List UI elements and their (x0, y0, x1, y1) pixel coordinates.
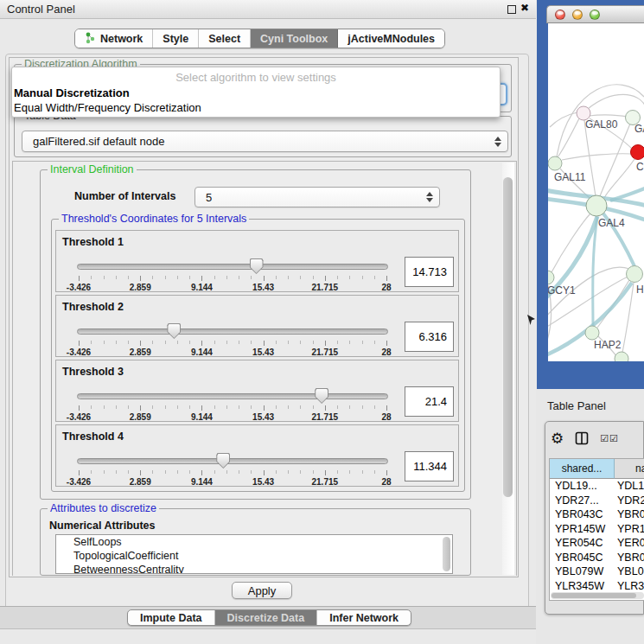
network-edge[interactable] (562, 154, 631, 160)
network-edge-thick[interactable] (610, 188, 644, 201)
tick-label: 15.43 (252, 412, 274, 422)
node-label: GAL4 (598, 217, 625, 229)
table-row[interactable]: YDR27...YDR2 (550, 494, 644, 508)
threshold-value-field[interactable]: 21.4 (405, 386, 454, 417)
table-row[interactable]: YBR045CYBR0 (550, 551, 644, 565)
slider-track[interactable] (77, 393, 388, 399)
slider-thumb[interactable] (250, 258, 264, 274)
network-node[interactable] (615, 352, 628, 361)
threshold-slider[interactable]: -3.4262.8599.14415.4321.71528 (77, 392, 388, 421)
tick-mark (104, 470, 105, 474)
table-data-combo[interactable]: galFiltered.sif default node (22, 131, 508, 152)
table-row[interactable]: YER054CYER0 (550, 536, 644, 551)
tab-style[interactable]: Style (153, 29, 199, 48)
tick-mark (152, 341, 153, 344)
network-edge[interactable] (584, 120, 596, 196)
slider-track[interactable] (77, 264, 388, 270)
zoom-traffic-light[interactable] (590, 10, 600, 20)
tick-mark (165, 276, 166, 279)
tick-label: -3.426 (67, 477, 91, 487)
slider-tick-labels: -3.4262.8599.14415.4321.71528 (77, 348, 388, 358)
num-intervals-combo[interactable]: 5 (194, 187, 440, 207)
threshold-slider[interactable]: -3.4262.8599.14415.4321.71528 (77, 262, 388, 291)
node-table[interactable]: shared... na YDL19...YDL1YDR27...YDR2YBR… (549, 458, 644, 601)
bottom-tab-bar: Impute Data Discretize Data Infer Networ… (127, 609, 411, 626)
dropdown-option-manual[interactable]: Manual Discretization (14, 86, 130, 99)
tab-cyni-toolbox[interactable]: Cyni Toolbox (251, 29, 338, 48)
slider-thumb[interactable] (167, 323, 181, 339)
threshold-slider[interactable]: -3.4262.8599.14415.4321.71528 (77, 456, 388, 486)
network-edge[interactable] (589, 115, 630, 118)
attribute-item[interactable]: SelfLoops (56, 535, 452, 549)
control-panel-titlebar: Control Panel ✖ (0, 0, 536, 19)
table-horizontal-scrollbar[interactable] (551, 592, 644, 599)
tick-mark (165, 470, 166, 474)
tick-mark (177, 405, 178, 409)
network-edge[interactable] (588, 94, 644, 109)
network-edge-thick[interactable] (593, 217, 597, 326)
threshold-value-field[interactable]: 6.316 (405, 322, 454, 352)
slider-thumb[interactable] (216, 453, 230, 469)
tick-mark (104, 341, 105, 344)
column-header-name[interactable]: na (615, 459, 644, 479)
tick-mark (374, 276, 375, 279)
tab-infer-network[interactable]: Infer Network (317, 610, 411, 625)
slider-tick-labels: -3.4262.8599.14415.4321.71528 (77, 477, 388, 488)
table-row[interactable]: YBR043CYBR0 (550, 507, 644, 522)
network-node-c[interactable] (631, 145, 644, 160)
checkbox-icons[interactable]: ☑☑ (600, 433, 619, 444)
tick-mark (79, 470, 80, 475)
tick-label: 28 (381, 283, 391, 292)
tick-mark (362, 470, 363, 474)
slider-thumb[interactable] (315, 388, 328, 404)
cell-shared-name: YBR045C (550, 552, 612, 564)
minimize-traffic-light[interactable] (572, 10, 583, 20)
network-node-gal11[interactable] (548, 156, 562, 170)
slider-tick-labels: -3.4262.8599.14415.4321.71528 (77, 283, 388, 293)
network-node-hap2[interactable] (585, 326, 599, 340)
network-canvas[interactable]: GAL80GACGAL11GAL4GCY1HHAP2 (548, 23, 644, 361)
tab-network[interactable]: Network (75, 29, 153, 48)
threshold-slider[interactable]: -3.4262.8599.14415.4321.71528 (77, 327, 388, 356)
network-node-gcy1[interactable] (548, 271, 554, 284)
attribute-item[interactable]: TopologicalCoefficient (56, 549, 452, 563)
table-row[interactable]: YPR145WYPR1 (550, 522, 644, 537)
apply-button[interactable]: Apply (232, 582, 292, 599)
column-view-icon[interactable] (575, 431, 589, 445)
tick-mark (239, 341, 239, 344)
threshold-value-field[interactable]: 14.713 (405, 257, 454, 287)
num-intervals-label: Number of Intervals (74, 190, 175, 202)
float-window-icon[interactable] (507, 5, 516, 14)
tab-impute-data[interactable]: Impute Data (128, 610, 215, 625)
slider-track[interactable] (77, 458, 388, 464)
attributes-scrollbar[interactable] (443, 537, 450, 571)
table-row[interactable]: YLR345WYLR3 (550, 579, 644, 594)
gear-icon[interactable]: ⚙ (551, 431, 564, 446)
slider-track[interactable] (77, 328, 388, 335)
network-window-titlebar[interactable] (546, 5, 644, 23)
threshold-label: Threshold 3 (62, 366, 124, 378)
close-icon[interactable]: ✖ (520, 2, 529, 14)
tab-select[interactable]: Select (199, 29, 251, 48)
network-node-gal4[interactable] (586, 195, 607, 216)
tick-label: 9.144 (191, 477, 213, 487)
network-node-h[interactable] (627, 266, 643, 283)
close-traffic-light[interactable] (555, 10, 565, 20)
tick-mark (276, 470, 277, 474)
table-row[interactable]: YBL079WYBL0 (550, 564, 644, 579)
tick-label: 2.859 (130, 412, 151, 422)
tab-jactivemnodules[interactable]: jActiveMNodules (338, 29, 444, 48)
numerical-attributes-list[interactable]: SelfLoopsTopologicalCoefficientBetweenne… (55, 534, 453, 574)
tick-mark (300, 470, 301, 474)
table-row[interactable]: YDL19...YDL1 (550, 479, 644, 494)
vertical-scrollbar-thumb[interactable] (503, 177, 513, 497)
threshold-value-field[interactable]: 11.344 (405, 451, 454, 481)
tick-mark (226, 276, 227, 279)
network-edge[interactable] (604, 159, 634, 198)
table-panel-toolbar: ⚙ ☑☑ (551, 427, 642, 450)
dropdown-option-equal-width[interactable]: Equal Width/Frequency Discretization (14, 101, 201, 114)
column-header-shared-name[interactable]: shared... (550, 459, 615, 479)
network-edge[interactable] (550, 112, 577, 127)
tab-discretize-data[interactable]: Discretize Data (215, 610, 318, 625)
attribute-item[interactable]: BetweennessCentrality (56, 563, 452, 574)
